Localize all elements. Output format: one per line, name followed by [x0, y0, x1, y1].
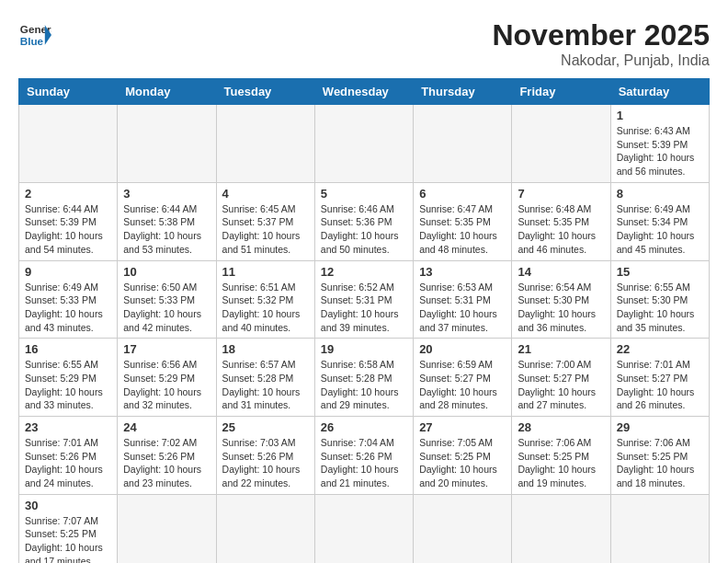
day-number: 20 [419, 342, 506, 356]
day-info: Sunrise: 7:05 AM Sunset: 5:25 PM Dayligh… [419, 436, 506, 490]
calendar-cell [118, 105, 216, 183]
calendar-cell [118, 494, 216, 563]
calendar-cell: 18Sunrise: 6:57 AM Sunset: 5:28 PM Dayli… [216, 339, 314, 417]
day-info: Sunrise: 6:50 AM Sunset: 5:33 PM Dayligh… [123, 281, 210, 335]
logo-icon: General Blue [18, 18, 51, 52]
day-number: 18 [222, 342, 309, 356]
day-info: Sunrise: 7:01 AM Sunset: 5:27 PM Dayligh… [617, 358, 703, 412]
calendar-cell: 3Sunrise: 6:44 AM Sunset: 5:38 PM Daylig… [118, 182, 216, 260]
calendar-cell [512, 494, 610, 563]
day-info: Sunrise: 7:03 AM Sunset: 5:26 PM Dayligh… [222, 436, 309, 490]
day-info: Sunrise: 7:07 AM Sunset: 5:25 PM Dayligh… [25, 514, 111, 563]
day-info: Sunrise: 7:06 AM Sunset: 5:25 PM Dayligh… [617, 436, 703, 490]
weekday-header-thursday: Thursday [414, 79, 512, 105]
calendar-cell: 5Sunrise: 6:46 AM Sunset: 5:36 PM Daylig… [314, 182, 413, 260]
day-info: Sunrise: 7:00 AM Sunset: 5:27 PM Dayligh… [518, 358, 604, 412]
calendar-cell: 28Sunrise: 7:06 AM Sunset: 5:25 PM Dayli… [512, 417, 610, 495]
calendar-cell [414, 105, 512, 183]
day-number: 22 [617, 342, 703, 356]
calendar-cell: 10Sunrise: 6:50 AM Sunset: 5:33 PM Dayli… [118, 260, 216, 339]
calendar-cell: 29Sunrise: 7:06 AM Sunset: 5:25 PM Dayli… [610, 417, 709, 495]
day-info: Sunrise: 6:49 AM Sunset: 5:34 PM Dayligh… [617, 202, 703, 257]
day-number: 27 [419, 420, 506, 434]
calendar-cell: 4Sunrise: 6:45 AM Sunset: 5:37 PM Daylig… [216, 182, 314, 260]
calendar-cell: 2Sunrise: 6:44 AM Sunset: 5:39 PM Daylig… [19, 182, 118, 260]
weekday-header-sunday: Sunday [19, 79, 118, 105]
day-info: Sunrise: 6:52 AM Sunset: 5:31 PM Dayligh… [321, 281, 407, 335]
weekday-header-friday: Friday [512, 79, 610, 105]
day-number: 30 [25, 499, 111, 512]
day-info: Sunrise: 6:45 AM Sunset: 5:37 PM Dayligh… [222, 202, 309, 257]
calendar-cell: 9Sunrise: 6:49 AM Sunset: 5:33 PM Daylig… [19, 260, 118, 339]
calendar-week-1: 2Sunrise: 6:44 AM Sunset: 5:39 PM Daylig… [19, 182, 710, 260]
day-info: Sunrise: 7:06 AM Sunset: 5:25 PM Dayligh… [518, 436, 604, 490]
day-info: Sunrise: 6:56 AM Sunset: 5:29 PM Dayligh… [123, 358, 210, 412]
day-info: Sunrise: 6:46 AM Sunset: 5:36 PM Dayligh… [321, 202, 407, 257]
day-number: 23 [25, 420, 111, 434]
calendar-cell: 22Sunrise: 7:01 AM Sunset: 5:27 PM Dayli… [610, 339, 709, 417]
calendar-cell: 12Sunrise: 6:52 AM Sunset: 5:31 PM Dayli… [314, 260, 413, 339]
day-info: Sunrise: 6:43 AM Sunset: 5:39 PM Dayligh… [617, 124, 703, 178]
location: Nakodar, Punjab, India [492, 52, 710, 69]
day-number: 10 [123, 265, 210, 279]
calendar-cell: 1Sunrise: 6:43 AM Sunset: 5:39 PM Daylig… [610, 105, 709, 183]
calendar-cell [512, 105, 610, 183]
day-info: Sunrise: 6:49 AM Sunset: 5:33 PM Dayligh… [25, 281, 111, 335]
day-number: 5 [321, 187, 407, 201]
day-number: 13 [419, 265, 506, 279]
day-number: 8 [617, 187, 703, 201]
day-number: 28 [518, 420, 604, 434]
logo: General Blue [18, 18, 51, 52]
day-number: 25 [222, 420, 309, 434]
title-block: November 2025 Nakodar, Punjab, India [492, 18, 710, 69]
day-number: 21 [518, 342, 604, 356]
day-number: 4 [222, 187, 309, 201]
calendar-week-4: 23Sunrise: 7:01 AM Sunset: 5:26 PM Dayli… [19, 417, 710, 495]
weekday-row: SundayMondayTuesdayWednesdayThursdayFrid… [19, 79, 710, 105]
day-number: 29 [617, 420, 703, 434]
calendar-cell: 13Sunrise: 6:53 AM Sunset: 5:31 PM Dayli… [414, 260, 512, 339]
day-info: Sunrise: 6:55 AM Sunset: 5:30 PM Dayligh… [617, 281, 703, 335]
calendar-cell: 25Sunrise: 7:03 AM Sunset: 5:26 PM Dayli… [216, 417, 314, 495]
day-info: Sunrise: 6:59 AM Sunset: 5:27 PM Dayligh… [419, 358, 506, 412]
calendar-cell: 17Sunrise: 6:56 AM Sunset: 5:29 PM Dayli… [118, 339, 216, 417]
day-info: Sunrise: 7:01 AM Sunset: 5:26 PM Dayligh… [25, 436, 111, 490]
day-info: Sunrise: 6:44 AM Sunset: 5:38 PM Dayligh… [123, 202, 210, 257]
month-title: November 2025 [492, 18, 710, 52]
day-info: Sunrise: 6:57 AM Sunset: 5:28 PM Dayligh… [222, 358, 309, 412]
day-number: 16 [25, 342, 111, 356]
day-info: Sunrise: 6:55 AM Sunset: 5:29 PM Dayligh… [25, 358, 111, 412]
calendar-cell: 6Sunrise: 6:47 AM Sunset: 5:35 PM Daylig… [414, 182, 512, 260]
day-info: Sunrise: 6:47 AM Sunset: 5:35 PM Dayligh… [419, 202, 506, 257]
calendar-cell: 19Sunrise: 6:58 AM Sunset: 5:28 PM Dayli… [314, 339, 413, 417]
day-info: Sunrise: 7:04 AM Sunset: 5:26 PM Dayligh… [321, 436, 407, 490]
svg-text:Blue: Blue [20, 35, 44, 47]
calendar-cell: 27Sunrise: 7:05 AM Sunset: 5:25 PM Dayli… [414, 417, 512, 495]
calendar-cell: 11Sunrise: 6:51 AM Sunset: 5:32 PM Dayli… [216, 260, 314, 339]
calendar-cell: 30Sunrise: 7:07 AM Sunset: 5:25 PM Dayli… [19, 494, 118, 563]
weekday-header-saturday: Saturday [610, 79, 709, 105]
day-number: 6 [419, 187, 506, 201]
calendar-week-0: 1Sunrise: 6:43 AM Sunset: 5:39 PM Daylig… [19, 105, 710, 183]
calendar-cell [610, 494, 709, 563]
calendar-cell [414, 494, 512, 563]
day-number: 11 [222, 265, 309, 279]
calendar-cell: 16Sunrise: 6:55 AM Sunset: 5:29 PM Dayli… [19, 339, 118, 417]
day-number: 3 [123, 187, 210, 201]
calendar-cell: 23Sunrise: 7:01 AM Sunset: 5:26 PM Dayli… [19, 417, 118, 495]
day-number: 1 [617, 109, 703, 122]
weekday-header-tuesday: Tuesday [216, 79, 314, 105]
day-info: Sunrise: 6:54 AM Sunset: 5:30 PM Dayligh… [518, 281, 604, 335]
day-info: Sunrise: 6:51 AM Sunset: 5:32 PM Dayligh… [222, 281, 309, 335]
calendar-cell: 21Sunrise: 7:00 AM Sunset: 5:27 PM Dayli… [512, 339, 610, 417]
day-info: Sunrise: 6:53 AM Sunset: 5:31 PM Dayligh… [419, 281, 506, 335]
calendar-cell [216, 105, 314, 183]
calendar-cell: 26Sunrise: 7:04 AM Sunset: 5:26 PM Dayli… [314, 417, 413, 495]
day-info: Sunrise: 7:02 AM Sunset: 5:26 PM Dayligh… [123, 436, 210, 490]
calendar-body: 1Sunrise: 6:43 AM Sunset: 5:39 PM Daylig… [19, 105, 710, 564]
calendar-cell: 24Sunrise: 7:02 AM Sunset: 5:26 PM Dayli… [118, 417, 216, 495]
calendar-header: SundayMondayTuesdayWednesdayThursdayFrid… [19, 79, 710, 105]
calendar-week-3: 16Sunrise: 6:55 AM Sunset: 5:29 PM Dayli… [19, 339, 710, 417]
day-number: 15 [617, 265, 703, 279]
calendar-cell: 7Sunrise: 6:48 AM Sunset: 5:35 PM Daylig… [512, 182, 610, 260]
